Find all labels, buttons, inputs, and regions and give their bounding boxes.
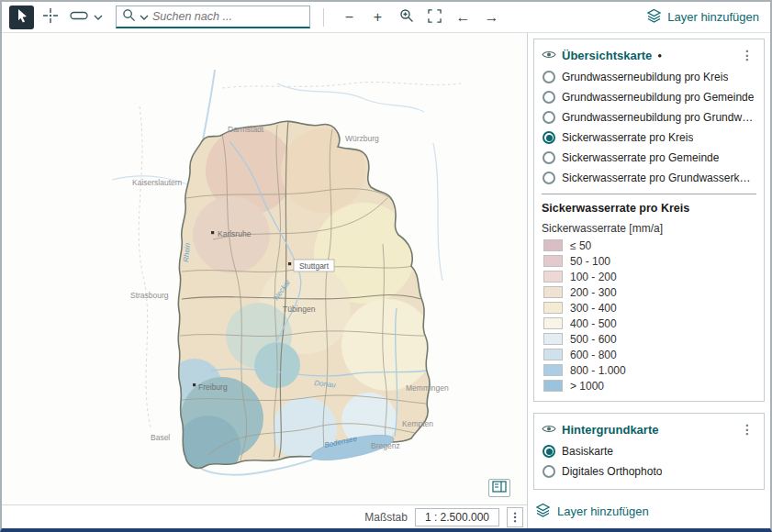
panel-divider — [542, 194, 756, 194]
measure-tool-dropdown[interactable] — [92, 6, 105, 29]
layer-option-grundwasserneubildung-kreis[interactable]: Grundwasserneubildung pro Kreis — [542, 67, 756, 87]
previous-extent-button[interactable]: ← — [451, 6, 476, 29]
city-label: Tübingen — [283, 305, 316, 314]
radio-button — [543, 465, 555, 478]
city-label: Memmingen — [406, 383, 449, 393]
zoom-in-button[interactable]: + — [365, 6, 390, 29]
map-area: Rhein Neckar Donau Bodensee Darmstadt Wü… — [2, 33, 528, 528]
radio-button — [543, 151, 555, 164]
panel-title: Übersichtskarte — [562, 49, 652, 62]
layer-option-sickerwasserrate-kreis[interactable]: Sickerwasserrate pro Kreis — [542, 127, 756, 148]
radio-button — [543, 172, 555, 184]
toolbar-divider — [323, 8, 324, 27]
city-label: Kempten — [402, 419, 433, 428]
choropleth-layer — [167, 116, 442, 480]
scale-value-field[interactable]: 1 : 2.500.000 — [415, 508, 499, 526]
panel-menu-button[interactable]: ⋮ — [738, 423, 756, 436]
background-option-orthophoto[interactable]: Digitales Orthophoto — [542, 461, 756, 482]
layer-option-grundwasserneubildung-grundwasserkoerper[interactable]: Grundwasserneubildung pro Grundwasserkör… — [542, 107, 756, 127]
search-input[interactable] — [152, 10, 304, 23]
legend-swatch — [543, 317, 563, 329]
next-extent-button[interactable]: → — [479, 6, 504, 29]
panel-title: Hintergrundkarte — [562, 423, 658, 437]
layer-option-sickerwasserrate-grundwasserkoerper[interactable]: Sickerwasserrate pro Grundwasserkörper — [542, 168, 756, 188]
legend-swatch — [543, 255, 563, 267]
layer-sidebar: Übersichtskarte ● ⋮ Grundwasserneubildun… — [528, 33, 770, 528]
city-label: Strasbourg — [130, 291, 169, 300]
city-marker — [211, 231, 214, 234]
full-extent-button[interactable] — [422, 6, 447, 29]
river-label: Rhein — [182, 242, 192, 262]
legend-item: 400 - 500 — [542, 316, 756, 331]
legend-item: 200 - 300 — [542, 284, 756, 300]
legend-swatch — [543, 364, 563, 376]
radio-button — [543, 111, 555, 124]
legend-swatch — [543, 380, 563, 392]
crosshair-tool-button[interactable] — [38, 6, 62, 29]
search-type-dropdown-icon[interactable] — [140, 8, 149, 25]
city-label: Karlsruhe — [218, 229, 252, 238]
city-label: Darmstadt — [228, 125, 264, 134]
add-layer-label: Layer hinzufügen — [557, 504, 649, 518]
scale-label: Maßstab — [364, 511, 408, 524]
map-application-window: − + ← → Layer hinzufügen — [0, 0, 772, 532]
city-label: Stuttgart — [299, 261, 330, 271]
legend-swatch — [543, 271, 563, 283]
legend-item: 300 - 400 — [542, 300, 756, 316]
add-layer-button-top[interactable]: Layer hinzufügen — [646, 8, 763, 26]
chevron-down-icon — [94, 10, 103, 24]
magnifier-plus-icon — [399, 8, 414, 26]
measure-tool-button[interactable] — [66, 6, 91, 29]
cursor-arrow-icon — [14, 7, 30, 27]
add-layer-button-sidebar[interactable]: Layer hinzufügen — [533, 501, 765, 522]
panel-menu-button[interactable]: ⋮ — [738, 49, 756, 61]
layer-option-sickerwasserrate-gemeinde[interactable]: Sickerwasserrate pro Gemeinde — [542, 148, 756, 168]
content-area: Rhein Neckar Donau Bodensee Darmstadt Wü… — [2, 33, 770, 528]
city-marker — [288, 262, 291, 265]
add-layer-label: Layer hinzufügen — [667, 10, 759, 24]
city-label: Basel — [151, 433, 170, 442]
layer-option-grundwasserneubildung-gemeinde[interactable]: Grundwasserneubildung pro Gemeinde — [542, 87, 756, 107]
select-tool-button[interactable] — [9, 6, 34, 29]
city-label: Freiburg — [198, 382, 228, 392]
search-icon[interactable] — [122, 8, 136, 26]
side-panel-icon — [492, 480, 507, 496]
arrow-right-icon: → — [485, 10, 499, 25]
legend-unit-label: Sickerwasserrate [mm/a] — [542, 222, 756, 235]
scale-bar: Maßstab 1 : 2.500.000 ⋮ — [2, 504, 527, 528]
fullscreen-icon — [428, 9, 442, 26]
panel-header: Hintergrundkarte ⋮ — [542, 421, 756, 438]
eye-icon[interactable] — [542, 47, 556, 63]
measure-ruler-icon — [70, 10, 88, 24]
legend-swatch — [543, 302, 563, 314]
city-marker — [193, 383, 196, 386]
radio-button — [543, 71, 555, 83]
search-box — [116, 6, 310, 28]
eye-icon[interactable] — [542, 421, 556, 438]
radio-button — [543, 445, 555, 458]
legend-item: 500 - 600 — [542, 331, 756, 347]
legend-swatch — [543, 286, 563, 298]
legend-swatch — [543, 239, 563, 251]
zoom-box-button[interactable] — [394, 6, 419, 29]
zoom-out-button[interactable]: − — [337, 6, 362, 29]
map-canvas[interactable]: Rhein Neckar Donau Bodensee Darmstadt Wü… — [2, 33, 527, 504]
legend-panel-toggle-button[interactable] — [488, 479, 510, 497]
active-indicator-dot: ● — [657, 51, 662, 60]
legend-swatch — [543, 333, 563, 345]
panel-hintergrundkarte: Hintergrundkarte ⋮ Basiskarte Digitales … — [533, 413, 765, 490]
legend-item: 100 - 200 — [542, 269, 756, 284]
minus-icon: − — [345, 10, 353, 25]
city-label: Würzburg — [345, 134, 379, 143]
legend-swatch — [543, 349, 563, 360]
legend-heading: Sickerwasserrate pro Kreis — [542, 202, 756, 215]
scale-menu-button[interactable]: ⋮ — [507, 507, 523, 527]
radio-button — [543, 131, 555, 144]
legend-item: 800 - 1.000 — [542, 362, 756, 378]
panel-uebersichtskarte: Übersichtskarte ● ⋮ Grundwasserneubildun… — [533, 39, 765, 402]
legend-item: > 1000 — [542, 378, 756, 393]
city-label: Kaiserslautern — [132, 178, 183, 187]
layers-icon — [646, 8, 662, 26]
background-option-basiskarte[interactable]: Basiskarte — [542, 441, 756, 461]
arrow-left-icon: ← — [456, 10, 471, 25]
